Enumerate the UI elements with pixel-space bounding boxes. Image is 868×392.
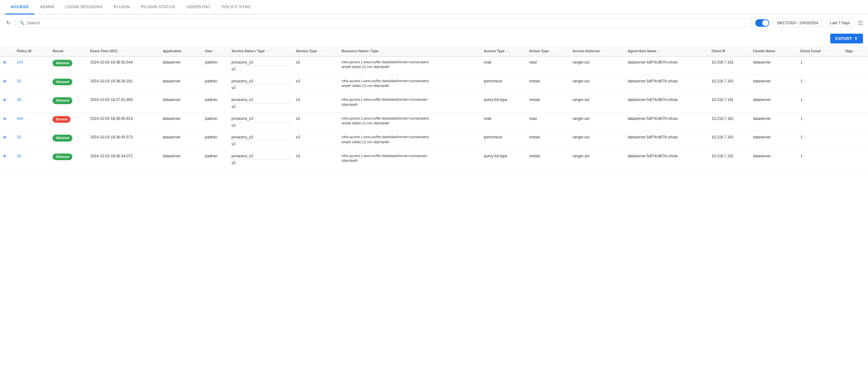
row-service-name-2: privacera_s3s3 <box>229 94 293 113</box>
row-policy-id-5[interactable]: 20 <box>14 150 50 169</box>
toggle-container <box>755 19 769 27</box>
row-client-ip-5: 10.216.7.181 <box>709 150 750 169</box>
row-resource-name-0: infra.qa.test.1.west.eu/file data/data/f… <box>339 56 482 75</box>
result-badge-3: Denied <box>53 116 70 123</box>
last-days-selector[interactable]: Last 7 Days <box>826 19 854 27</box>
col-access-enforcer[interactable]: Access Enforcer ↕ <box>570 46 625 56</box>
export-button[interactable]: EXPORT ▼ <box>830 34 863 43</box>
row-result-4: Allowed <box>50 131 88 151</box>
grid-view-icon[interactable]: ☷ <box>858 20 863 26</box>
col-resource-name-type[interactable]: Resource Name / Type ↕ <box>339 46 482 56</box>
row-agent-host-4: dataserver-5df74c9676-rxhsw <box>625 131 709 151</box>
sort-icon-agent-host: ↕ <box>659 50 660 53</box>
eye-icon-2[interactable]: 👁 <box>2 98 7 103</box>
col-service-name-type[interactable]: Service Name / Type ↕ <box>229 46 293 56</box>
table-row: 👁 20 Allowed 2024-10-03 18:37:42.893 dat… <box>0 94 868 113</box>
row-policy-id-0[interactable]: 147 <box>14 56 50 75</box>
nav-tab-usersync[interactable]: USERSYNC <box>181 0 216 14</box>
col-service-type[interactable]: Service Type ↕ <box>293 46 339 56</box>
eye-icon-0[interactable]: 👁 <box>2 60 7 65</box>
sort-icon-resource: ↕ <box>381 50 382 53</box>
col-result[interactable]: Result ↕ <box>50 46 88 56</box>
col-policy-id[interactable]: Policy ID ↕ <box>14 46 50 56</box>
col-access-type[interactable]: Access Type ↕ <box>481 46 527 56</box>
row-access-type-3: read <box>481 112 527 131</box>
row-access-enforcer-5: ranger-acl <box>570 150 625 169</box>
col-tags[interactable]: Tags ↕ <box>842 46 868 56</box>
row-eye-0[interactable]: 👁 <box>0 56 14 75</box>
row-application-0: dataserver <box>160 56 203 75</box>
eye-icon-5[interactable]: 👁 <box>2 154 7 159</box>
table-row: 👁 147 Allowed 2024-10-03 18:38:30.544 da… <box>0 56 868 75</box>
date-range-picker[interactable]: 09/27/2024 - 10/03/2024 <box>773 19 823 27</box>
col-action-type[interactable]: Action Type ↕ <box>527 46 570 56</box>
row-application-3: dataserver <box>160 112 203 131</box>
toggle-switch[interactable] <box>755 19 769 27</box>
col-event-count[interactable]: Event Count ↕ <box>798 46 842 56</box>
col-user[interactable]: User ↕ <box>203 46 229 56</box>
col-application[interactable]: Application ↕ <box>160 46 203 56</box>
row-client-ip-4: 10.216.7.181 <box>709 131 750 151</box>
row-resource-name-2: infra.qa.test.1.west.eu/file data/data/f… <box>339 94 482 113</box>
row-application-1: dataserver <box>160 75 203 94</box>
row-eye-3[interactable]: 👁 <box>0 112 14 131</box>
row-agent-host-1: dataserver-5df74c9676-rxhsw <box>625 75 709 94</box>
row-eye-4[interactable]: 👁 <box>0 131 14 151</box>
sort-icon-policy-id: ↕ <box>34 50 35 53</box>
col-agent-host-name[interactable]: Agent Host Name ↕ <box>625 46 709 56</box>
nav-tab-policy-sync[interactable]: POLICY SYNC <box>216 0 257 14</box>
col-cluster-name[interactable]: Cluster Name ↕ <box>750 46 798 56</box>
row-policy-id-1[interactable]: 20 <box>14 75 50 94</box>
row-event-time-0: 2024-10-03 18:38:30.544 <box>88 56 160 75</box>
eye-icon-4[interactable]: 👁 <box>2 135 7 140</box>
row-resource-name-4: infra.qa.test.1.west.eu/file data/data/f… <box>339 131 482 151</box>
row-user-3: padmin <box>203 112 229 131</box>
row-event-count-1: 1 <box>798 75 842 94</box>
row-eye-1[interactable]: 👁 <box>0 75 14 94</box>
refresh-button[interactable]: ↻ <box>5 19 12 27</box>
row-cluster-name-3: dataserver <box>750 112 798 131</box>
nav-tab-plugin[interactable]: PLUGIN <box>108 0 135 14</box>
row-action-type-5: mread <box>527 150 570 169</box>
row-event-count-2: 1 <box>798 94 842 113</box>
row-eye-2[interactable]: 👁 <box>0 94 14 113</box>
col-client-ip[interactable]: Client IP ↕ <box>709 46 750 56</box>
row-service-type-3: s3 <box>293 112 339 131</box>
row-service-type-0: s3 <box>293 56 339 75</box>
row-user-0: padmin <box>203 56 229 75</box>
sort-icon-access-enforcer: ↕ <box>602 50 603 53</box>
result-badge-4: Allowed <box>53 135 72 141</box>
nav-tab-admin[interactable]: ADMIN <box>34 0 60 14</box>
sort-icon-client-ip: ↕ <box>727 50 729 53</box>
row-access-type-4: permcheck <box>481 131 527 151</box>
export-label: EXPORT <box>835 36 852 41</box>
nav-tab-plugin-status[interactable]: PLUGIN STATUS <box>136 0 181 14</box>
search-input[interactable] <box>27 21 747 25</box>
row-policy-id-3[interactable]: N/A <box>14 112 50 131</box>
row-resource-name-1: infra.qa.test.1.west.eu/file data/data/f… <box>339 75 482 94</box>
row-service-type-2: s3 <box>293 94 339 113</box>
row-event-time-5: 2024-10-03 18:36:34.072 <box>88 150 160 169</box>
export-area: EXPORT ▼ <box>0 31 868 46</box>
row-tags-3 <box>842 112 868 131</box>
result-badge-2: Allowed <box>53 97 72 104</box>
nav-tab-login-sessions[interactable]: LOGIN SESSIONS <box>60 0 108 14</box>
row-cluster-name-5: dataserver <box>750 150 798 169</box>
row-action-type-3: read <box>527 112 570 131</box>
row-event-time-2: 2024-10-03 18:37:42.893 <box>88 94 160 113</box>
row-service-name-0: privacera_s3s3 <box>229 56 293 75</box>
row-policy-id-4[interactable]: 20 <box>14 131 50 151</box>
row-action-type-2: mread <box>527 94 570 113</box>
col-event-time[interactable]: Event Time (IST) ↕ <box>88 46 160 56</box>
eye-icon-1[interactable]: 👁 <box>2 79 7 84</box>
row-tags-5 <box>842 150 868 169</box>
row-service-name-5: privacera_s3s3 <box>229 150 293 169</box>
row-service-type-1: s3 <box>293 75 339 94</box>
result-badge-5: Allowed <box>53 154 72 160</box>
nav-tab-access[interactable]: ACCESS <box>5 0 34 14</box>
row-policy-id-2[interactable]: 20 <box>14 94 50 113</box>
row-event-time-3: 2024-10-03 18:36:45.814 <box>88 112 160 131</box>
toggle-knob <box>762 20 769 26</box>
row-eye-5[interactable]: 👁 <box>0 150 14 169</box>
eye-icon-3[interactable]: 👁 <box>2 117 7 122</box>
